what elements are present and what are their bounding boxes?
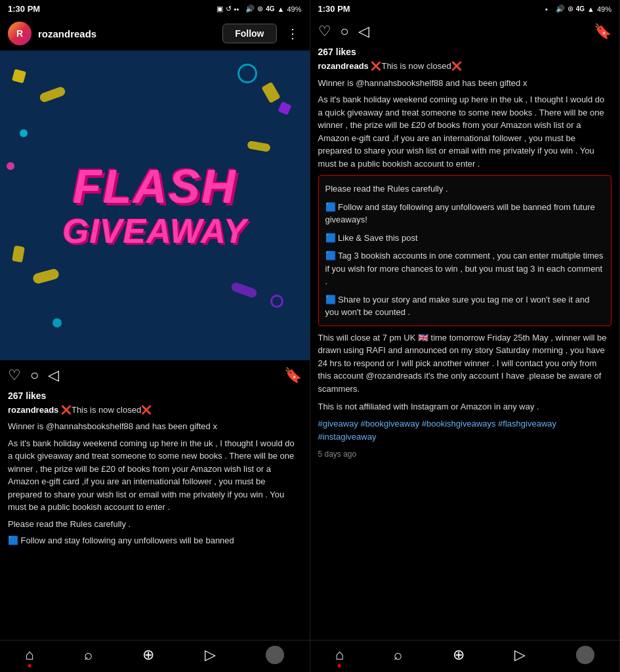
- caption-closed-right: ❌This is now closed❌: [371, 61, 461, 71]
- likes-left: 267 likes: [8, 390, 302, 401]
- winner-line-right: Winner is @hannahsbookshelf88 and has be…: [318, 77, 612, 90]
- nav-home-left[interactable]: ⌂: [25, 646, 33, 663]
- bottom-nav-right: ⌂ ⌕ ⊕ ▷: [310, 640, 620, 672]
- likes-right: 267 likes: [318, 47, 612, 57]
- nav-home-right[interactable]: ⌂: [335, 646, 344, 663]
- nav-add-right[interactable]: ⊕: [453, 646, 465, 663]
- rule3-right: 🟦 Tag 3 bookish accounts in one comment …: [325, 249, 605, 288]
- caption-right: rozandreads ❌This is now closed❌: [318, 60, 612, 73]
- status-bar-left: 1:30 PM ▣ ↺ •• 🔊 ⊛ 4G ▲ 49%: [0, 0, 310, 16]
- bottom-nav-left: ⌂ ⌕ ⊕ ▷: [0, 640, 310, 672]
- like-icon-right[interactable]: ♡: [318, 23, 331, 40]
- follow-button[interactable]: Follow: [222, 24, 276, 43]
- username-left: rozandreads: [38, 28, 216, 39]
- bookmark-icon-left[interactable]: 🔖: [284, 367, 302, 384]
- action-bar-right: ♡ ○ ◁ 🔖: [310, 16, 620, 47]
- status-time-right: 1:30 PM: [318, 4, 350, 14]
- caption-left: rozandreads ❌This is now closed❌: [8, 404, 302, 417]
- giveaway-title: FLASH GIVEAWAY: [62, 161, 247, 250]
- caption-handle-left: rozandreads: [8, 405, 58, 415]
- body-text-left: As it's bank holiday weekend coming up h…: [8, 437, 302, 514]
- nav-add-left[interactable]: ⊕: [142, 646, 154, 663]
- caption-closed-left: ❌This is now closed❌: [61, 405, 152, 415]
- caption-handle-right: rozandreads: [318, 61, 369, 71]
- avatar-left[interactable]: R: [8, 22, 31, 45]
- closing-text-right: This will close at 7 pm UK 🇬🇧 time tomor…: [318, 331, 612, 396]
- affiliate-text-right: This is not affiliated with Instagram or…: [318, 400, 612, 413]
- nav-profile-right[interactable]: [576, 646, 594, 664]
- status-bar-right: 1:30 PM • 🔊 ⊛ 4G ▲ 49%: [310, 0, 620, 16]
- action-bar-left: ♡ ○ ◁ 🔖: [0, 360, 310, 390]
- status-icons-left: ▣ ↺ •• 🔊 ⊛ 4G ▲ 49%: [217, 5, 302, 13]
- winner-line-left: Winner is @hannahsbookshelf88 and has be…: [8, 420, 302, 433]
- nav-reels-left[interactable]: ▷: [205, 646, 216, 663]
- status-icons-right: • 🔊 ⊛ 4G ▲ 49%: [545, 5, 611, 13]
- nav-search-right[interactable]: ⌕: [394, 646, 402, 663]
- rules-intro-right: Please read the Rules carefully .: [325, 182, 605, 196]
- left-panel: 1:30 PM ▣ ↺ •• 🔊 ⊛ 4G ▲ 49% R rozandread…: [0, 0, 310, 672]
- nav-profile-left[interactable]: [266, 646, 284, 664]
- bookmark-icon-right[interactable]: 🔖: [594, 23, 611, 40]
- nav-search-left[interactable]: ⌕: [84, 646, 93, 663]
- rule4-right: 🟦 Share to your story and make sure you …: [325, 293, 605, 319]
- hashtags-right: #giveaway #bookgiveaway #bookishgiveaway…: [318, 417, 612, 445]
- rule2-right: 🟦 Like & Save this post: [325, 232, 605, 245]
- timestamp-right: 5 days ago: [318, 450, 612, 459]
- more-options-icon[interactable]: ⋮: [283, 26, 302, 41]
- post-header-left: R rozandreads Follow ⋮: [0, 16, 310, 51]
- right-panel: 1:30 PM • 🔊 ⊛ 4G ▲ 49% ♡ ○ ◁ 🔖 267 likes…: [310, 0, 621, 672]
- rules-intro-left: Please read the Rules carefully .: [8, 518, 302, 531]
- like-icon-left[interactable]: ♡: [8, 367, 21, 384]
- body-text-right: As it's bank holiday weekend coming up h…: [318, 93, 612, 170]
- post-image-left: FLASH GIVEAWAY: [0, 51, 310, 360]
- comment-icon-right[interactable]: ○: [341, 23, 349, 40]
- post-content-left: 267 likes rozandreads ❌This is now close…: [0, 390, 310, 640]
- comment-icon-left[interactable]: ○: [30, 367, 39, 384]
- post-content-right: 267 likes rozandreads ❌This is now close…: [310, 47, 620, 640]
- share-icon-right[interactable]: ◁: [358, 23, 369, 40]
- nav-reels-right[interactable]: ▷: [514, 646, 526, 663]
- rules-box: Please read the Rules carefully . 🟦 Foll…: [318, 175, 612, 326]
- share-icon-left[interactable]: ◁: [48, 367, 59, 384]
- rule1-right: 🟦 Follow and stay following any unfollow…: [325, 201, 605, 226]
- status-time-left: 1:30 PM: [8, 4, 40, 14]
- rule1-preview-left: 🟦 Follow and stay following any unfollow…: [8, 534, 302, 547]
